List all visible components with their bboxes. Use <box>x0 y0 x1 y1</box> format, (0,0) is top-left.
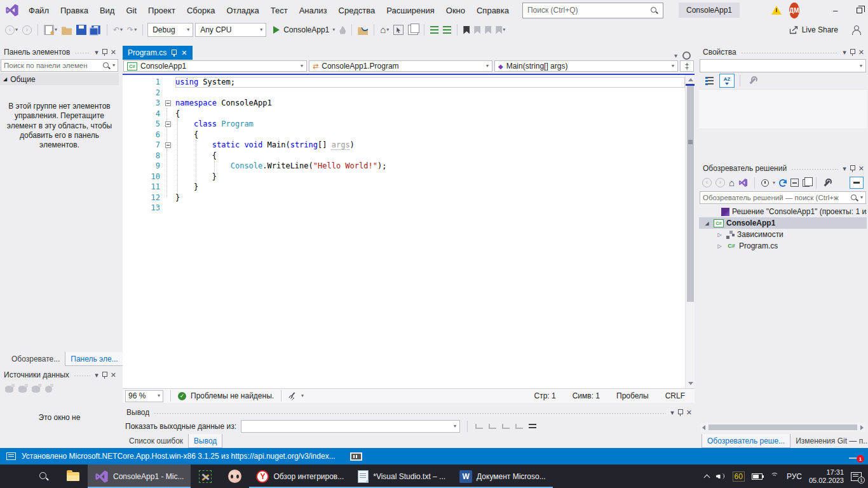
categorized-button[interactable] <box>702 74 717 88</box>
menu-Справка[interactable]: Справка <box>471 3 515 18</box>
close-icon[interactable]: ✕ <box>111 49 116 56</box>
next-bookmark-button[interactable] <box>484 23 492 37</box>
code-line-2[interactable]: 2 <box>123 88 685 98</box>
wifi-icon[interactable] <box>770 473 780 480</box>
pin-icon[interactable] <box>850 48 855 56</box>
spaces-indicator[interactable]: Пробелы <box>608 391 657 400</box>
taskbar-visual-studio[interactable]: ConsoleApp1 - Mic... <box>88 464 191 488</box>
add-data-source-icon[interactable] <box>5 386 13 393</box>
expander-icon[interactable]: ▷ <box>715 243 724 249</box>
type-dropdown[interactable]: ⇄ ConsoleApp1.Program ▾ <box>309 60 492 72</box>
pending-changes-filter-icon[interactable] <box>761 179 769 187</box>
gear-icon[interactable] <box>682 51 691 60</box>
drag-grip[interactable] <box>74 374 90 377</box>
close-icon[interactable]: ✕ <box>858 49 864 56</box>
menu-Отладка[interactable]: Отладка <box>220 3 264 18</box>
clear-all-icon[interactable] <box>515 423 524 430</box>
preview-selected-items-button[interactable] <box>850 177 864 189</box>
platform-dropdown[interactable]: Any CPU▾ <box>195 23 266 37</box>
open-file-button[interactable] <box>60 23 73 37</box>
chevron-down-icon[interactable]: ▾ <box>15 27 18 32</box>
fold-collapse-icon[interactable] <box>160 100 175 106</box>
taskbar-explorer[interactable] <box>58 464 88 488</box>
menu-Вид[interactable]: Вид <box>94 3 121 18</box>
window-menu-icon[interactable]: ▾ <box>670 409 674 416</box>
window-menu-icon[interactable]: ▾ <box>843 165 846 172</box>
toolbox-group-general[interactable]: ◢ Общие <box>0 73 119 85</box>
redo-button[interactable]: ↷▾ <box>126 23 138 37</box>
chevron-down-icon[interactable]: ▾ <box>112 63 115 68</box>
tray-expand-icon[interactable] <box>703 474 710 480</box>
chevron-down-icon[interactable]: ▾ <box>120 27 123 32</box>
menu-Правка[interactable]: Правка <box>55 3 94 18</box>
find-message-icon[interactable] <box>475 423 484 430</box>
project-dropdown[interactable]: C# ConsoleApp1 ▾ <box>123 60 307 72</box>
chevron-down-icon[interactable]: ▾ <box>301 393 304 398</box>
expander-icon[interactable]: ▷ <box>715 232 724 238</box>
code-cleanup-icon[interactable] <box>288 392 297 400</box>
edit-dataset-icon[interactable] <box>32 386 40 393</box>
taskbar-isaac[interactable] <box>220 464 249 488</box>
hot-reload-button[interactable] <box>338 23 347 37</box>
pin-icon[interactable] <box>677 409 683 416</box>
property-pages-button[interactable] <box>745 74 761 88</box>
code-line-1[interactable]: 1using System; <box>123 77 685 88</box>
chevron-down-icon[interactable]: ▾ <box>503 27 505 32</box>
tab-output[interactable]: Вывод <box>188 434 222 448</box>
select-element-button[interactable] <box>392 23 405 37</box>
alphabetical-button[interactable]: AZ <box>719 74 735 88</box>
undo-button[interactable]: ↶▾ <box>112 23 124 37</box>
clear-bookmarks-button[interactable]: ▾ <box>494 23 506 37</box>
document-list-icon[interactable]: ▾ <box>674 53 677 59</box>
close-icon[interactable]: ✕ <box>111 372 116 379</box>
fold-collapse-icon[interactable] <box>160 142 175 148</box>
menu-Средства[interactable]: Средства <box>333 3 381 18</box>
eol-indicator[interactable]: CRLF <box>657 391 693 400</box>
horizontal-scrollbar[interactable] <box>700 423 865 431</box>
code-line-10[interactable]: 10 } <box>123 172 685 182</box>
switch-views-icon[interactable] <box>738 178 748 187</box>
navigate-forward-button[interactable]: › <box>21 23 33 37</box>
scroll-down-icon[interactable] <box>688 382 693 385</box>
language-indicator[interactable]: РУС <box>787 472 802 481</box>
pin-icon[interactable] <box>850 165 855 172</box>
close-icon[interactable]: ✕ <box>181 49 187 57</box>
action-center-icon[interactable]: 1 <box>851 472 862 481</box>
new-project-button[interactable]: ▾ <box>43 23 58 37</box>
background-tasks-icon[interactable] <box>350 452 362 461</box>
word-wrap-icon[interactable] <box>528 423 537 430</box>
menu-Файл[interactable]: Файл <box>23 3 55 18</box>
code-line-5[interactable]: 5 class Program <box>123 119 685 130</box>
window-menu-icon[interactable]: ▾ <box>843 49 846 56</box>
code-editor[interactable]: 1using System;23namespace ConsoleApp14{5… <box>123 75 695 388</box>
toggle-bookmark-button[interactable] <box>462 23 471 37</box>
close-icon[interactable]: ✕ <box>858 165 864 172</box>
output-title-bar[interactable]: Вывод ▾ ✕ <box>123 406 695 419</box>
configure-data-source-icon[interactable] <box>18 386 27 393</box>
editor-vertical-scrollbar[interactable] <box>685 75 695 388</box>
menu-Окно[interactable]: Окно <box>440 3 471 18</box>
code-line-7[interactable]: 7 static void Main(string[] args) <box>123 140 685 151</box>
battery-icon[interactable] <box>752 473 763 480</box>
code-line-3[interactable]: 3namespace ConsoleApp1 <box>123 98 685 109</box>
member-dropdown[interactable]: ◆ Main(string[] args) ▾ <box>494 60 678 72</box>
solution-search-box[interactable]: Обозреватель решений — поиск (Ctrl+ж ▾ <box>700 191 866 204</box>
tree-item-program-cs[interactable]: ▷C#Program.cs <box>699 240 867 252</box>
scroll-right-icon[interactable] <box>860 425 864 430</box>
code-line-6[interactable]: 6 { <box>123 130 685 140</box>
start-debugging-button[interactable]: ConsoleApp1▾ <box>272 23 336 37</box>
taskbar-search[interactable] <box>29 464 58 488</box>
scrollbar-thumb[interactable] <box>687 86 694 302</box>
taskbar-yandex[interactable]: YОбзор интегриров... <box>249 464 351 488</box>
taskbar-tools[interactable] <box>191 464 220 488</box>
tab-server-explorer[interactable]: Обозревате... <box>6 352 65 366</box>
properties-object-dropdown[interactable]: ▾ <box>700 59 866 72</box>
tree-item-dependencies[interactable]: ▷Зависимости <box>699 229 867 240</box>
clock[interactable]: 17:31 05.02.2023 <box>809 468 844 484</box>
code-line-9[interactable]: 9 Console.WriteLine("Hello World!"); <box>123 161 685 172</box>
restore-button[interactable] <box>848 1 868 20</box>
refresh-data-icon[interactable] <box>45 386 52 393</box>
forward-icon[interactable]: › <box>715 178 725 187</box>
volume-icon[interactable] <box>716 473 726 480</box>
next-message-icon[interactable] <box>501 423 510 430</box>
